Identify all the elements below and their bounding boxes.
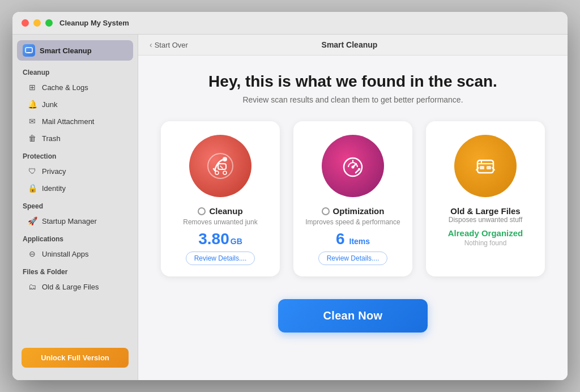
sidebar-item-startup[interactable]: 🚀 Startup Manager [17, 212, 133, 229]
sidebar-item-mail[interactable]: ✉ Mail Attachment [17, 113, 133, 130]
svg-rect-10 [480, 166, 484, 169]
sidebar-section-speed: Speed [12, 197, 138, 212]
sidebar-item-identity[interactable]: 🔒 Identity [17, 180, 133, 197]
svg-rect-4 [218, 164, 226, 169]
optimization-card-title: Optimization [333, 206, 385, 216]
cache-icon: ⊞ [27, 82, 37, 92]
maximize-button[interactable] [45, 19, 53, 27]
optimization-unit: Items [349, 237, 370, 246]
main-layout: Smart Cleanup Cleanup ⊞ Cache & Logs 🔔 J… [12, 35, 568, 380]
card-old-large-files: Old & Large Files Disposes unwanted stuf… [426, 121, 545, 276]
cleanup-icon-circle [189, 135, 251, 197]
window-controls [22, 19, 53, 27]
sidebar-section-applications: Applications [12, 229, 138, 245]
sidebar-item-privacy[interactable]: 🛡 Privacy [17, 163, 133, 180]
sidebar-label-identity: Identity [42, 184, 66, 193]
sidebar-item-junk[interactable]: 🔔 Junk [17, 96, 133, 113]
sidebar-item-trash[interactable]: 🗑 Trash [17, 130, 133, 147]
files-icon-circle [454, 135, 517, 197]
optimization-radio-row: Optimization [322, 206, 385, 216]
cleanup-radio[interactable] [198, 207, 206, 215]
svg-rect-0 [25, 48, 32, 53]
sidebar-section-protection: Protection [12, 147, 138, 163]
sidebar-label-mail: Mail Attachment [42, 117, 95, 126]
main-subheading: Review scan results and clean them to ge… [242, 95, 463, 104]
cleanup-card-desc: Removes unwanted junk [183, 218, 257, 226]
chevron-left-icon: ‹ [150, 40, 152, 49]
close-button[interactable] [22, 19, 29, 27]
sidebar-section-cleanup: Cleanup [12, 63, 138, 79]
smart-cleanup-icon [23, 44, 35, 57]
trash-icon: 🗑 [27, 133, 37, 143]
start-over-label: Start Over [155, 41, 188, 49]
cleanup-card-title: Cleanup [209, 206, 242, 216]
already-organized-label: Already Organized [448, 228, 523, 238]
sidebar-label-privacy: Privacy [42, 167, 66, 176]
app-window: Cleanup My System Smart Cleanup Cleanup … [12, 12, 568, 380]
svg-point-3 [223, 157, 227, 161]
card-cleanup: Cleanup Removes unwanted junk 3.80 GB Re… [161, 121, 280, 276]
cleanup-review-button[interactable]: Review Details.... [186, 252, 255, 265]
main-heading: Hey, this is what we found in the scan. [208, 73, 497, 91]
sidebar-label-junk: Junk [42, 100, 57, 109]
sidebar-label-uninstall: Uninstall Apps [42, 250, 88, 258]
large-files-icon: 🗂 [27, 282, 37, 292]
optimization-icon-circle [322, 135, 384, 197]
nothing-found-label: Nothing found [464, 239, 507, 247]
sidebar-item-cache[interactable]: ⊞ Cache & Logs [17, 79, 133, 96]
sidebar-label-cache: Cache & Logs [42, 83, 88, 92]
sidebar-label-trash: Trash [42, 134, 61, 143]
startup-icon: 🚀 [27, 216, 37, 226]
sidebar-item-uninstall[interactable]: ⊖ Uninstall Apps [17, 245, 133, 262]
sidebar: Smart Cleanup Cleanup ⊞ Cache & Logs 🔔 J… [12, 35, 138, 380]
uninstall-icon: ⊖ [27, 249, 37, 259]
minimize-button[interactable] [33, 19, 41, 27]
svg-rect-11 [487, 166, 491, 169]
cleanup-radio-row: Cleanup [198, 206, 242, 216]
identity-icon: 🔒 [27, 183, 37, 193]
privacy-icon: 🛡 [27, 166, 37, 176]
topbar-title: Smart Cleanup [188, 40, 511, 49]
titlebar: Cleanup My System [12, 12, 568, 35]
cleanup-value-row: 3.80 GB [198, 231, 242, 248]
content-area: ‹ Start Over Smart Cleanup Hey, this is … [138, 35, 568, 380]
content-topbar: ‹ Start Over Smart Cleanup [138, 35, 568, 56]
sidebar-item-large-files[interactable]: 🗂 Old & Large Files [17, 278, 133, 295]
cleanup-unit: GB [231, 237, 242, 246]
junk-icon: 🔔 [27, 99, 37, 109]
optimization-radio[interactable] [322, 207, 330, 215]
files-card-desc: Disposes unwanted stuff [449, 216, 523, 224]
optimization-review-button[interactable]: Review Details.... [318, 252, 388, 265]
unlock-full-version-button[interactable]: Unlock Full Version [22, 348, 129, 368]
window-title: Cleanup My System [59, 19, 129, 27]
clean-now-button[interactable]: Clean Now [278, 299, 428, 333]
svg-point-8 [352, 166, 355, 169]
optimization-card-desc: Improves speed & performance [305, 218, 400, 226]
svg-rect-1 [27, 52, 31, 53]
svg-point-5 [215, 171, 219, 174]
sidebar-label-large-files: Old & Large Files [42, 283, 99, 291]
sidebar-item-smart-cleanup[interactable]: Smart Cleanup [17, 40, 133, 61]
card-optimization: Optimization Improves speed & performanc… [293, 121, 412, 276]
mail-icon: ✉ [27, 116, 37, 126]
content-body: Hey, this is what we found in the scan. … [138, 56, 568, 380]
svg-point-6 [223, 171, 227, 174]
cleanup-value: 3.80 [198, 231, 229, 248]
optimization-value-row: 6 Items [336, 231, 370, 248]
cards-row: Cleanup Removes unwanted junk 3.80 GB Re… [161, 121, 545, 276]
files-card-title: Old & Large Files [450, 206, 520, 216]
sidebar-section-files: Files & Folder [12, 262, 138, 278]
start-over-button[interactable]: ‹ Start Over [150, 40, 188, 49]
sidebar-spacer [12, 295, 138, 341]
optimization-value: 6 [336, 231, 345, 248]
sidebar-label-startup: Startup Manager [42, 217, 97, 225]
sidebar-active-label: Smart Cleanup [40, 46, 92, 55]
